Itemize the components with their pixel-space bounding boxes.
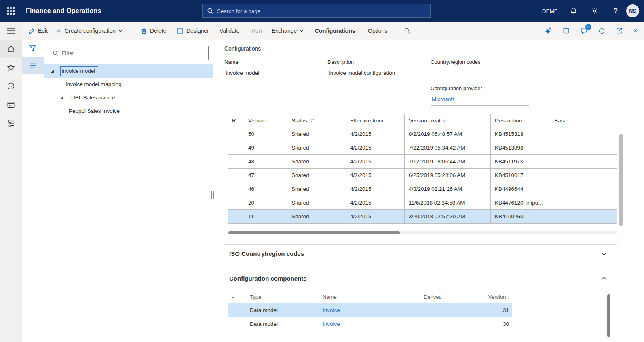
- settings-button[interactable]: [584, 0, 605, 22]
- create-configuration-label: Create configuration: [65, 27, 116, 34]
- run-button: Run: [251, 22, 262, 40]
- user-avatar[interactable]: NS: [626, 4, 639, 17]
- name-field-value[interactable]: Invoice model: [224, 68, 321, 79]
- notifications-button[interactable]: [563, 0, 584, 22]
- configuration-provider-label: Configuration provider: [431, 85, 529, 91]
- version-row[interactable]: 20Shared4/2/201511/6/2018 02:34:58 AMKB4…: [228, 196, 617, 210]
- nav-favorites-button[interactable]: [0, 58, 22, 77]
- version-row[interactable]: 49Shared4/2/20157/22/2019 05:34:42 AMKB4…: [228, 141, 617, 155]
- version-cell: [228, 141, 244, 155]
- version-cell: Shared: [287, 169, 346, 182]
- column-header-derived[interactable]: Derived: [420, 291, 485, 303]
- messages-button[interactable]: 0: [580, 27, 588, 35]
- column-header-version[interactable]: Version: [244, 114, 287, 127]
- horizontal-scrollbar-thumb[interactable]: [228, 231, 400, 234]
- tree-item-peppol-sales-invoice[interactable]: Peppol Sales Invoice: [44, 104, 213, 118]
- country-codes-field-value[interactable]: [431, 68, 529, 79]
- designer-button[interactable]: Designer: [177, 22, 209, 40]
- exchange-menu-button[interactable]: Exchange: [272, 22, 304, 40]
- description-field-value[interactable]: Invoice model configuration: [327, 68, 424, 79]
- create-configuration-button[interactable]: Create configuration: [56, 22, 122, 40]
- column-header-run[interactable]: R...: [228, 114, 244, 127]
- action-pane-search-button[interactable]: [404, 22, 410, 40]
- search-icon: [53, 50, 59, 56]
- version-row[interactable]: 48Shared4/2/20157/12/2019 08:06:44 AMKB4…: [228, 155, 617, 169]
- nav-recent-button[interactable]: [0, 77, 22, 95]
- plus-icon: [56, 28, 62, 34]
- options-tab[interactable]: Options: [368, 22, 387, 40]
- component-row[interactable]: Data modelInvoice31: [228, 303, 512, 317]
- configuration-components-section-header[interactable]: Configuration components: [224, 267, 617, 289]
- tree-item-invoice-model[interactable]: Invoice model: [44, 64, 213, 78]
- version-cell: 49: [244, 141, 287, 155]
- delete-button[interactable]: Delete: [141, 22, 166, 40]
- components-section-title: Configuration components: [224, 275, 307, 282]
- tree-item-invoice-model-mapping[interactable]: Invoice model mapping: [44, 78, 213, 91]
- edit-button[interactable]: Edit: [28, 22, 48, 40]
- column-header-type[interactable]: Type: [247, 291, 319, 303]
- tree-item-ubl-sales-invoice[interactable]: UBL Sales invoice: [44, 91, 213, 104]
- tree-item-label: Peppol Sales Invoice: [69, 108, 120, 114]
- tree-expand-caret-icon[interactable]: [51, 70, 61, 73]
- global-search-box[interactable]: [202, 4, 431, 18]
- global-search-input[interactable]: [217, 8, 426, 14]
- chevron-down-icon[interactable]: [601, 252, 617, 255]
- component-row[interactable]: Data modelInvoice30: [228, 317, 512, 331]
- version-row[interactable]: 46Shared4/2/20154/8/2019 02:21:26 AMKB44…: [228, 182, 617, 196]
- version-row[interactable]: 47Shared4/2/20156/25/2019 05:28:06 AMKB4…: [228, 169, 617, 182]
- configuration-provider-link[interactable]: Microsoft: [431, 94, 529, 106]
- app-title[interactable]: Finance and Operations: [26, 7, 101, 15]
- iso-country-codes-section-header[interactable]: ISO Country/region codes: [224, 244, 617, 263]
- nav-workspaces-button[interactable]: [0, 95, 22, 114]
- version-cell: KB4510017: [491, 169, 550, 182]
- book-icon: [562, 27, 570, 35]
- home-icon: [6, 44, 15, 53]
- configurations-tab[interactable]: Configurations: [315, 22, 355, 40]
- refresh-button[interactable]: [598, 27, 606, 35]
- close-page-button[interactable]: ×: [633, 27, 638, 34]
- components-section-scrollbar-thumb[interactable]: [607, 294, 610, 337]
- select-all-header[interactable]: ✓: [228, 291, 247, 303]
- column-header-status[interactable]: Status: [287, 114, 346, 127]
- version-row[interactable]: 11Shared4/2/20153/20/2018 02:57:30 AMKB4…: [228, 210, 617, 224]
- tree-item-label: UBL Sales invoice: [71, 95, 115, 101]
- tree-list-toggle-button[interactable]: [22, 57, 44, 74]
- form-card-icon: [6, 100, 15, 109]
- nav-menu-button[interactable]: [0, 22, 22, 40]
- gems-button[interactable]: [545, 27, 552, 34]
- company-picker[interactable]: DEMF: [536, 8, 563, 14]
- column-header-description[interactable]: Description: [491, 114, 550, 127]
- versions-grid-vertical-scrollbar-thumb[interactable]: [619, 134, 623, 226]
- topbar-right-controls: DEMF ? NS: [536, 0, 644, 22]
- nav-modules-button[interactable]: [0, 114, 22, 133]
- panel-resize-handle[interactable]: [211, 191, 215, 199]
- column-header-effective-from[interactable]: Effective from: [346, 114, 405, 127]
- open-in-new-window-button[interactable]: [616, 27, 623, 34]
- tree-expand-caret-icon[interactable]: [60, 96, 71, 99]
- component-version-cell: 31: [485, 303, 512, 317]
- config-tree: Invoice modelInvoice model mappingUBL Sa…: [44, 64, 213, 118]
- column-header-name[interactable]: Name: [319, 291, 420, 303]
- version-row[interactable]: 50Shared4/2/20158/2/2019 06:48:57 AMKB45…: [228, 127, 617, 141]
- tree-filter-box[interactable]: [49, 46, 209, 60]
- designer-label: Designer: [186, 27, 209, 34]
- diamonds-icon: [545, 27, 552, 34]
- configurations-tree-panel: Invoice modelInvoice model mappingUBL Sa…: [44, 40, 213, 342]
- version-cell: 4/2/2015: [346, 155, 405, 169]
- column-header-version-created[interactable]: Version created: [405, 114, 491, 127]
- component-name-link[interactable]: Invoice: [323, 321, 340, 327]
- validate-button[interactable]: Validate: [220, 22, 240, 40]
- row-select-cell[interactable]: [228, 317, 247, 331]
- tree-filter-input[interactable]: [62, 50, 205, 56]
- filter-pane-button[interactable]: [22, 40, 44, 57]
- component-name-link[interactable]: Invoice: [323, 307, 340, 313]
- help-button[interactable]: ?: [605, 0, 626, 22]
- column-header-base[interactable]: Base: [550, 114, 617, 127]
- app-launcher-icon[interactable]: [0, 0, 22, 22]
- column-header-version-sorted[interactable]: Version↓: [485, 291, 512, 303]
- chevron-up-icon[interactable]: [601, 277, 617, 280]
- row-select-cell[interactable]: [228, 303, 247, 317]
- nav-home-button[interactable]: [0, 40, 22, 58]
- version-cell: 50: [244, 127, 287, 141]
- reference-book-button[interactable]: [562, 27, 570, 35]
